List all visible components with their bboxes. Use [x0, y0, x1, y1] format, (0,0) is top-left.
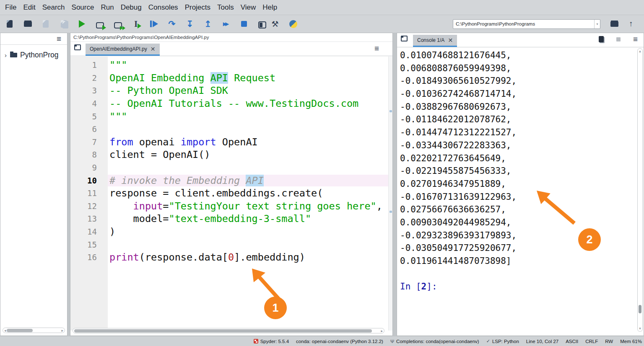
- spyder-window: FileEditSearchSourceRunDebugConsolesProj…: [0, 0, 644, 346]
- run-cell-icon[interactable]: [96, 22, 104, 28]
- menu-file[interactable]: File: [2, 0, 20, 15]
- console-toolbar-icons: ≡: [599, 35, 638, 43]
- save-all-icon[interactable]: [57, 18, 70, 30]
- line-number: 4: [70, 99, 108, 108]
- project-explorer-header: ≡: [0, 33, 67, 45]
- working-directory-combobox[interactable]: C:\PythonPrograms\PythonPrograms ▾: [453, 19, 600, 29]
- status-completions: ΨCompletions: conda(openai-condaenv): [390, 339, 479, 344]
- console-line: 0.010074688121676445,: [400, 50, 636, 63]
- line-number: 5: [70, 112, 108, 121]
- status-conda-env: conda: openai-condaenv (Python 3.12.2): [296, 339, 383, 344]
- menu-source[interactable]: Source: [68, 0, 98, 15]
- console-line: 0.011961441487073898]: [400, 256, 636, 269]
- run-current-line-icon[interactable]: [166, 18, 178, 30]
- close-icon[interactable]: ✕: [448, 37, 453, 44]
- python-path-icon[interactable]: [287, 18, 299, 30]
- open-file-icon[interactable]: [21, 18, 34, 30]
- line-number: 8: [70, 150, 108, 159]
- browse-working-directory-icon[interactable]: [608, 21, 621, 27]
- project-explorer-hscrollbar[interactable]: ◂ ▸: [3, 328, 65, 333]
- menu-run[interactable]: Run: [97, 0, 117, 15]
- console-environment-icon[interactable]: [599, 36, 604, 42]
- continue-icon[interactable]: [220, 18, 232, 30]
- line-number: 3: [70, 86, 108, 95]
- code-line: 3-- Python OpenAI SDK: [70, 84, 388, 97]
- console-tab[interactable]: Console 1/A ✕: [413, 35, 457, 47]
- menu-edit[interactable]: Edit: [20, 0, 39, 15]
- check-icon: ✓: [486, 338, 490, 344]
- editor-file-path: C:\PythonPrograms\PythonPrograms\OpenAIE…: [70, 33, 392, 42]
- console-tab-bar: Console 1/A ✕ ≡: [397, 33, 644, 47]
- line-number: 6: [70, 124, 108, 134]
- code-line: 11response = client.embeddings.create(: [70, 187, 388, 200]
- wrench-icon[interactable]: [269, 18, 281, 30]
- close-icon[interactable]: ✕: [151, 46, 156, 52]
- status-bar: Spyder: 5.5.4conda: openai-condaenv (Pyt…: [0, 336, 644, 346]
- save-icon[interactable]: [39, 18, 52, 30]
- editor-hscrollbar[interactable]: ▸: [73, 328, 384, 333]
- debug-file-icon[interactable]: [148, 18, 160, 30]
- code-line: 2OpenAI Embedding API Request: [70, 72, 388, 85]
- code-line: 6: [70, 123, 388, 136]
- menu-tools[interactable]: Tools: [214, 0, 237, 15]
- code-text: -- OpenAI Tutorials -- www.TestingDocs.c…: [108, 98, 388, 109]
- run-selection-icon[interactable]: [130, 18, 142, 30]
- code-area[interactable]: 1"""2OpenAI Embedding API Request3-- Pyt…: [70, 57, 388, 331]
- maximize-pane-icon[interactable]: [258, 21, 266, 28]
- toolbar-icons: [3, 15, 305, 33]
- code-text: # invoke the Embedding API: [108, 175, 388, 186]
- code-line: 5""": [70, 110, 388, 123]
- code-text: OpenAI Embedding API Request: [108, 72, 388, 84]
- prompt-post: ]:: [426, 281, 437, 292]
- code-text: ): [108, 226, 388, 238]
- browse-tabs-icon[interactable]: [74, 44, 81, 50]
- step-into-icon[interactable]: [184, 18, 196, 30]
- console-line: -0.018493065610527992,: [400, 76, 636, 89]
- code-line: 12 input="TestingYour text string goes h…: [70, 200, 388, 213]
- code-line: 15: [70, 238, 388, 251]
- step-return-icon[interactable]: [202, 18, 214, 30]
- status-cursor-position: Line 10, Col 27: [526, 339, 558, 344]
- menu-help[interactable]: Help: [259, 0, 280, 15]
- prompt-pre: In [: [400, 281, 421, 292]
- line-number: 10: [70, 176, 108, 185]
- chevron-down-icon[interactable]: ▾: [594, 20, 600, 28]
- status-eol: CRLF: [585, 339, 598, 344]
- stop-icon[interactable]: [238, 18, 250, 30]
- line-number: 1: [70, 60, 108, 70]
- parent-directory-icon[interactable]: ↑: [626, 19, 636, 28]
- line-number: 12: [70, 201, 108, 211]
- run-file-icon[interactable]: [75, 18, 88, 30]
- code-line: 16print(response.data[0].embedding): [70, 251, 388, 264]
- line-number: 2: [70, 73, 108, 83]
- editor-options-menu-icon[interactable]: ≡: [374, 44, 379, 52]
- code-line: 7from openai import OpenAI: [70, 136, 388, 149]
- console-output[interactable]: 0.010074688121676445,0.00680887605994939…: [397, 49, 636, 334]
- console-options-menu-icon[interactable]: ≡: [633, 35, 638, 43]
- console-prompt: In [2]:: [400, 281, 636, 294]
- console-blank-line: [400, 269, 636, 282]
- run-cell-advance-icon[interactable]: [114, 22, 122, 28]
- status-spyder-version: Spyder: 5.5.4: [254, 339, 289, 344]
- working-directory-value: C:\PythonPrograms\PythonPrograms: [453, 21, 594, 26]
- editor-tab-bar: OpenAIEmbeddingAPI.py ✕ ≡: [70, 42, 392, 56]
- line-number: 16: [70, 253, 108, 262]
- console-tab-label: Console 1/A: [417, 37, 444, 43]
- editor-tab[interactable]: OpenAIEmbeddingAPI.py ✕: [86, 44, 160, 56]
- menu-projects[interactable]: Projects: [182, 0, 214, 15]
- chevron-right-icon[interactable]: ›: [5, 52, 7, 59]
- new-console-window-icon[interactable]: [401, 36, 408, 41]
- console-vscrollbar[interactable]: ▲ ▼: [637, 48, 643, 332]
- project-tree-item[interactable]: › PythonProg: [0, 45, 67, 59]
- menu-debug[interactable]: Debug: [117, 0, 145, 15]
- console-line: 0.02756676636636257,: [400, 204, 636, 217]
- project-root-label: PythonProg: [20, 51, 58, 59]
- menu-bar: FileEditSearchSourceRunDebugConsolesProj…: [0, 0, 644, 15]
- menu-consoles[interactable]: Consoles: [145, 0, 182, 15]
- menu-search[interactable]: Search: [39, 0, 68, 15]
- hamburger-menu-icon[interactable]: ≡: [57, 35, 61, 43]
- menu-view[interactable]: View: [237, 0, 260, 15]
- new-file-icon[interactable]: [3, 18, 16, 30]
- console-line: 0.02701946347951889,: [400, 179, 636, 192]
- interrupt-kernel-icon: [616, 37, 621, 41]
